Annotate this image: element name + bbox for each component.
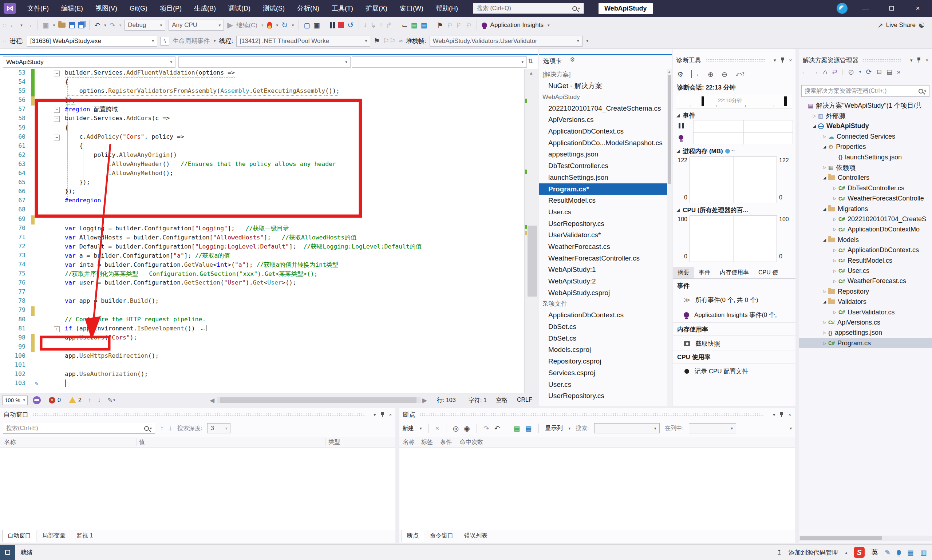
code-line-77[interactable]: 77 [0, 288, 524, 297]
immediate-list-icon[interactable]: ▤ [411, 21, 417, 29]
bookmark-icon[interactable]: ⚑ [437, 21, 443, 29]
chevron-down-icon[interactable]: ▾ [20, 23, 23, 28]
tree-row[interactable]: ▷C#20221020101704_CreateS [799, 214, 932, 224]
menu-item-3[interactable]: Git(G) [123, 0, 154, 17]
collapsed-region-box[interactable]: ... [199, 325, 207, 331]
document-tab[interactable]: appsettings.json [539, 148, 667, 160]
tree-row[interactable]: ▷C#ResultModel.cs [799, 255, 932, 266]
code-line-60[interactable]: 60− c.AddPolicy("Cors", policy => [0, 133, 524, 142]
memory-filter-icon[interactable]: ~ [732, 148, 735, 154]
tree-row[interactable]: ◢Models [799, 235, 932, 245]
expander-collapsed-icon[interactable]: ▷ [832, 248, 838, 252]
code-line-64[interactable]: 64 .AllowAnyMethod(); [0, 169, 524, 178]
code-line-69[interactable]: 69 [0, 215, 524, 225]
expander-collapsed-icon[interactable]: ▷ [822, 165, 827, 170]
show-columns-button[interactable]: 显示列 [545, 425, 563, 432]
ai-events-link[interactable]: Application Insights 事件(0 个, [694, 311, 777, 319]
code-line-75[interactable]: 75//获取并序列化为某某类型 Configuration.GetSection… [0, 270, 524, 279]
tree-row[interactable]: ▷Repository [799, 286, 932, 297]
solution-platform-dropdown[interactable]: Any CPU▾ [169, 20, 224, 31]
diagnostics-tab-1[interactable]: 事件 [694, 267, 715, 278]
expander-expanded-icon[interactable]: ◢ [822, 175, 827, 180]
code-line-61[interactable]: 61 { [0, 142, 524, 151]
tree-row[interactable]: ▷☁Connected Services [799, 131, 932, 142]
nav-member-dropdown[interactable]: ▾ [352, 56, 527, 68]
tree-row[interactable]: ▷C#Program.cs [799, 338, 932, 348]
menu-item-5[interactable]: 生成(B) [188, 0, 222, 17]
menu-item-2[interactable]: 视图(V) [89, 0, 123, 17]
editor-vertical-scrollbar[interactable]: ▲ [524, 69, 538, 393]
run-to-cursor-icon[interactable]: ⌙ [402, 21, 408, 29]
close-button[interactable]: × [909, 5, 926, 12]
zoom-out-icon[interactable]: ⊖ [722, 70, 727, 78]
editor-zoom-dropdown[interactable]: 100 %▾ [2, 395, 28, 405]
autos-tab-2[interactable]: 监视 1 [71, 530, 98, 542]
add-to-source-control-button[interactable]: 添加到源代码管理 [789, 548, 838, 557]
column-name[interactable]: 名称 [5, 438, 16, 446]
close-icon[interactable]: × [926, 57, 928, 63]
tree-row[interactable]: ▤解决方案"WebApiStudy"(1 个项目/共 [799, 100, 932, 111]
tree-row[interactable]: {}launchSettings.json [799, 152, 932, 162]
code-line-65[interactable]: 65 }); [0, 178, 524, 188]
refresh-icon[interactable]: ⟳ [866, 68, 872, 76]
next-match-button[interactable]: ↓ [169, 424, 173, 432]
tree-row[interactable]: ◢⚙Properties [799, 142, 932, 152]
chevron-down-icon[interactable]: ▾ [104, 23, 106, 28]
expander-collapsed-icon[interactable]: ▷ [832, 258, 838, 263]
step-out-button[interactable]: ↑ [379, 21, 383, 29]
nav-type-dropdown[interactable]: ▾ [179, 56, 351, 68]
expander-collapsed-icon[interactable]: ▷ [812, 114, 817, 118]
code-line-101[interactable]: 101 [0, 362, 524, 371]
fold-collapse-icon[interactable]: − [54, 71, 60, 76]
code-line-54[interactable]: 54{ [0, 78, 524, 87]
expander-collapsed-icon[interactable]: ▷ [822, 331, 827, 335]
chevron-down-icon[interactable]: ▾ [859, 69, 861, 74]
fold-collapse-icon[interactable]: − [54, 107, 60, 113]
code-line-73[interactable]: 73var a = builder.Configuration["a"]; //… [0, 252, 524, 261]
document-tab[interactable]: launchSettings.json [539, 172, 667, 183]
collapse-all-icon[interactable]: ⊟ [876, 68, 881, 76]
expander-collapsed-icon[interactable]: ▷ [832, 227, 838, 232]
chevron-down-icon[interactable]: ▾ [773, 412, 775, 417]
pending-changes-filter-icon[interactable]: ◴ [848, 68, 854, 76]
document-tab[interactable]: WebApiStudy:2 [539, 275, 667, 287]
expander-collapsed-icon[interactable]: ▷ [822, 289, 827, 294]
nav-project-dropdown[interactable]: WebApiStudy▾ [3, 56, 176, 68]
tree-row[interactable]: ▷▦依赖项 [799, 162, 932, 172]
flagged-threads-icon[interactable]: ⚐⚐ [383, 37, 395, 45]
pin-icon[interactable] [380, 412, 384, 417]
restart-button[interactable]: ↻ [282, 21, 288, 29]
in-column-dropdown[interactable]: ▾ [689, 423, 736, 433]
thread-dropdown[interactable]: [13412] .NET ThreadPool Worke▾ [236, 35, 370, 46]
code-area[interactable]: 53−builder.Services.AddFluentValidation(… [0, 69, 524, 393]
autos-tab-1[interactable]: 局部变量 [37, 530, 71, 542]
code-line-67[interactable]: 67#endregion [0, 197, 524, 206]
split-editor-icon[interactable]: ⇅ [528, 57, 533, 65]
code-line-53[interactable]: 53−builder.Services.AddFluentValidation(… [0, 69, 524, 78]
scroll-up-icon[interactable]: ▲ [668, 70, 671, 74]
expander-collapsed-icon[interactable]: ▷ [832, 310, 838, 315]
document-tab[interactable]: ApplicationDbContext.cs [539, 309, 667, 321]
expander-collapsed-icon[interactable]: ▷ [832, 279, 838, 283]
export-breakpoints-button[interactable]: ↷ [484, 424, 489, 433]
document-tab[interactable]: WebApiStudy.csproj [539, 287, 667, 299]
gear-icon[interactable]: ⚙ [677, 70, 683, 78]
menu-item-1[interactable]: 编辑(E) [55, 0, 89, 17]
scroll-left-icon[interactable]: ◀ [210, 397, 214, 404]
code-cleanup-icon[interactable]: ✎ [108, 396, 112, 404]
tree-row[interactable]: ▷C#WeatherForecastControlle [799, 194, 932, 204]
navigate-back-button[interactable]: ← [9, 21, 16, 29]
code-line-100[interactable]: 100app.UseHttpsRedirection(); [0, 352, 524, 362]
forward-button[interactable]: → [812, 68, 818, 76]
document-tab[interactable]: User.cs [539, 379, 667, 391]
error-count[interactable]: 0 [57, 397, 61, 403]
tree-row[interactable]: ◢Controllers [799, 173, 932, 183]
column-value[interactable]: 值 [139, 438, 145, 446]
column-1[interactable]: 标签 [421, 438, 433, 446]
toolbar-overflow-icon[interactable]: ▾ [587, 38, 589, 43]
code-line-59[interactable]: 59{ [0, 124, 524, 133]
notification-icon[interactable] [0, 545, 15, 560]
document-tab[interactable]: WeatherForecast.cs [539, 241, 667, 252]
pin-icon[interactable] [917, 57, 921, 63]
code-line-55[interactable]: 55 options.RegisterValidatorsFromAssembl… [0, 87, 524, 97]
